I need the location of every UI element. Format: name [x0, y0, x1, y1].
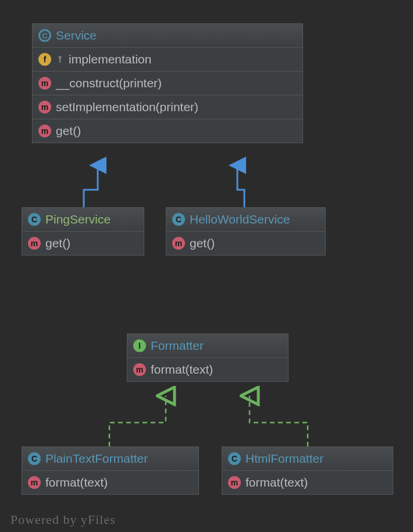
- node-title: HtmlFormatter: [245, 452, 323, 466]
- node-title: PingService: [45, 212, 111, 226]
- method-name: format(text): [45, 476, 108, 490]
- node-title: Formatter: [151, 339, 204, 353]
- method-row: m format(text): [22, 471, 198, 494]
- node-title-row: C HtmlFormatter: [222, 447, 393, 471]
- method-row: m format(text): [222, 471, 393, 494]
- class-icon: C: [228, 452, 241, 465]
- node-title-row: I Formatter: [127, 334, 288, 358]
- method-name: get(): [45, 236, 70, 250]
- method-name: get(): [190, 236, 215, 250]
- method-icon: m: [28, 476, 41, 489]
- method-name: format(text): [151, 363, 213, 377]
- node-title-row: C PlainTextFormatter: [22, 447, 198, 471]
- uml-node-helloworldservice[interactable]: C HelloWorldService m get(): [166, 207, 326, 256]
- method-row: m get(): [166, 232, 325, 255]
- node-title-row: C HelloWorldService: [166, 208, 325, 232]
- method-row: m get(): [33, 119, 302, 143]
- node-title: HelloWorldService: [190, 212, 290, 226]
- method-row: m format(text): [127, 358, 288, 381]
- node-title: PlainTextFormatter: [45, 452, 148, 466]
- class-icon: C: [28, 452, 41, 465]
- key-icon: [56, 55, 64, 63]
- uml-node-plaintextformatter[interactable]: C PlainTextFormatter m format(text): [22, 446, 199, 495]
- uml-node-service[interactable]: C Service f implementation m __construct…: [32, 23, 303, 143]
- field-name: implementation: [69, 52, 151, 66]
- class-icon: C: [172, 213, 185, 226]
- method-icon: m: [172, 237, 185, 250]
- method-name: setImplementation(printer): [56, 100, 198, 114]
- class-icon: C: [28, 213, 41, 226]
- method-name: format(text): [245, 476, 308, 490]
- interface-icon: I: [133, 339, 146, 352]
- node-title-row: C Service: [33, 24, 302, 48]
- method-name: __construct(printer): [56, 76, 162, 90]
- uml-node-pingservice[interactable]: C PingService m get(): [22, 207, 144, 256]
- uml-node-htmlformatter[interactable]: C HtmlFormatter m format(text): [222, 446, 393, 495]
- uml-node-formatter[interactable]: I Formatter m format(text): [127, 334, 289, 382]
- field-row: f implementation: [33, 48, 302, 72]
- method-icon: m: [38, 77, 51, 90]
- method-row: m __construct(printer): [33, 72, 302, 95]
- method-row: m get(): [22, 232, 144, 255]
- node-title: Service: [56, 29, 97, 42]
- node-title-row: C PingService: [22, 208, 144, 232]
- method-icon: m: [228, 476, 241, 489]
- method-icon: m: [133, 363, 146, 376]
- method-name: get(): [56, 124, 81, 138]
- method-icon: m: [38, 125, 51, 137]
- method-row: m setImplementation(printer): [33, 95, 302, 119]
- watermark: Powered by yFiles: [10, 512, 116, 527]
- abstract-class-icon: C: [38, 29, 51, 42]
- method-icon: m: [38, 101, 51, 114]
- field-icon: f: [38, 53, 51, 66]
- method-icon: m: [28, 237, 41, 250]
